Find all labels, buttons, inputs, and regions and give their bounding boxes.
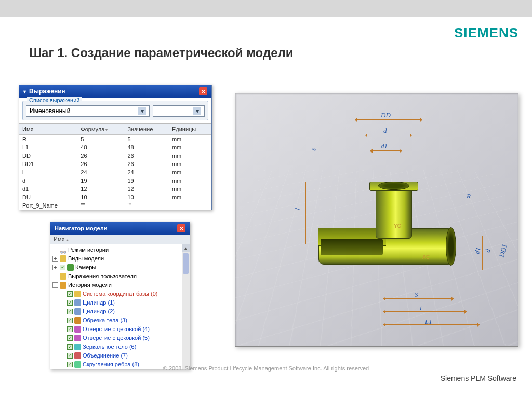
dim-s: s	[309, 147, 318, 152]
scroll-thumb[interactable]	[183, 253, 189, 274]
close-button[interactable]: ✕	[177, 224, 185, 232]
model-navigator-window: Навигатор модели ✕ Имя ▴ 👓Режим истории …	[50, 222, 190, 369]
model-tree: 👓Режим истории +Виды модели +✓Камеры Выр…	[50, 244, 190, 369]
dim-line	[493, 231, 493, 275]
table-row[interactable]: Port_9_Name""""	[19, 201, 211, 210]
chevron-down-icon: ▾	[193, 107, 201, 115]
tree-item-trim[interactable]: ✓Обрезка тела (3)	[50, 316, 190, 325]
tee-fitting-model: YC XC	[318, 171, 454, 285]
tree-item-model-history[interactable]: −История модели	[50, 281, 190, 290]
hole-icon	[74, 326, 81, 333]
checkbox-icon[interactable]: ✓	[67, 291, 73, 297]
table-row[interactable]: L14848mm	[19, 143, 211, 152]
table-row[interactable]: l2424mm	[19, 168, 211, 176]
checkbox-icon[interactable]: ✓	[67, 353, 73, 359]
filter-combo[interactable]: Именованный ▾	[26, 105, 150, 117]
dim-line	[355, 119, 422, 120]
dim-d1: d1	[381, 142, 388, 150]
tree-item-unite[interactable]: ✓Объединение (7)	[50, 351, 190, 360]
history-icon	[60, 282, 66, 289]
dim-L: l	[420, 304, 422, 312]
dim-L1: L1	[425, 318, 432, 326]
dim-line	[370, 150, 402, 151]
siemens-logo: SIEMENS	[454, 25, 518, 41]
checkbox-icon[interactable]: ✓	[67, 300, 73, 306]
dim-R: R	[467, 192, 471, 200]
table-row[interactable]: d11212mm	[19, 185, 211, 193]
mirror-icon	[74, 344, 81, 350]
table-row[interactable]: d1919mm	[19, 176, 211, 185]
cylinder-icon	[74, 299, 81, 306]
table-row[interactable]: DD2626mm	[19, 152, 211, 160]
tree-item-csys[interactable]: ✓Система координат базы (0)	[50, 290, 190, 298]
top-bore	[378, 182, 409, 190]
copyright-text: © 2008. Siemens Product Lifecycle Manage…	[163, 365, 369, 372]
camera-icon	[67, 264, 74, 271]
dim-d: d	[383, 127, 387, 135]
checkbox-icon[interactable]: ✓	[67, 335, 73, 341]
tree-item-cameras[interactable]: +✓Камеры	[50, 263, 190, 272]
top-banner	[0, 0, 532, 17]
dim-DD: DD	[381, 111, 391, 119]
checkbox-icon[interactable]: ✓	[67, 309, 73, 314]
collapse-icon[interactable]: −	[52, 282, 58, 288]
page-title: Шаг 1. Создание параметрической модели	[29, 46, 294, 60]
unite-icon	[74, 352, 81, 359]
tree-item-cylinder2[interactable]: ✓Цилиндр (2)	[50, 307, 190, 316]
folder-icon	[60, 273, 66, 280]
dim-line	[305, 182, 306, 244]
expand-icon[interactable]: +	[52, 265, 58, 270]
dim-line	[383, 298, 454, 299]
col-units[interactable]: Единицы	[169, 124, 211, 135]
tree-item-cylinder1[interactable]: ✓Цилиндр (1)	[50, 298, 190, 307]
xc-axis-label: XC	[422, 254, 430, 260]
dim-line	[365, 135, 412, 135]
folder-icon	[60, 255, 66, 262]
cylinder-icon	[74, 308, 81, 315]
col-name[interactable]: Имя	[19, 124, 77, 135]
table-row[interactable]: R55mm	[19, 135, 211, 144]
hole-icon	[74, 335, 81, 341]
table-row[interactable]: DU1010mm	[19, 193, 211, 201]
table-row[interactable]: DD12626mm	[19, 160, 211, 168]
collapse-icon: ▾	[23, 89, 26, 94]
tree-item-user-expr[interactable]: Выражения пользователя	[50, 272, 190, 281]
navigator-title: Навигатор модели	[55, 225, 107, 231]
checkbox-icon[interactable]: ✓	[60, 265, 65, 270]
3d-viewport[interactable]: YC XC DD d d1 s l R d1 d DD1 S l L1	[235, 93, 518, 347]
scroll-up-button[interactable]: ▴	[182, 244, 190, 252]
yc-axis-label: YC	[394, 223, 401, 229]
col-value[interactable]: Значение	[124, 124, 168, 135]
navigator-titlebar[interactable]: Навигатор модели ✕	[50, 222, 190, 235]
expressions-title: Выражения	[29, 88, 65, 95]
dim-S: S	[415, 291, 418, 299]
vertical-pipe	[376, 187, 412, 239]
inner-bore	[321, 239, 383, 255]
expressions-window: ▾Выражения ✕ Список выражений Именованны…	[19, 85, 212, 210]
sort-icon: ▾	[105, 128, 108, 132]
chevron-down-icon: ▾	[138, 107, 146, 115]
close-button[interactable]: ✕	[199, 87, 207, 95]
expression-list-group: Список выражений Именованный ▾ ▾	[22, 101, 208, 120]
glasses-icon: 👓	[60, 248, 66, 252]
checkbox-icon[interactable]: ✓	[67, 318, 73, 323]
col-formula[interactable]: Формула▾	[77, 124, 124, 135]
tree-item-mirror[interactable]: ✓Зеркальное тело (6)	[50, 342, 190, 351]
tree-item-hole4[interactable]: ✓Отверстие с цековкой (4)	[50, 325, 190, 334]
dim-line	[383, 311, 467, 312]
scrollbar[interactable]: ▴	[182, 244, 190, 369]
expressions-table: Имя Формула▾ Значение Единицы R55mmL1484…	[19, 123, 211, 210]
navigator-header[interactable]: Имя ▴	[50, 235, 190, 244]
checkbox-icon[interactable]: ✓	[67, 344, 73, 350]
tree-item-history-mode[interactable]: 👓Режим истории	[50, 245, 190, 254]
secondary-combo[interactable]: ▾	[153, 105, 205, 117]
pipe-end	[446, 227, 456, 266]
tree-item-views[interactable]: +Виды модели	[50, 254, 190, 263]
filter-value: Именованный	[30, 107, 70, 115]
csys-icon	[74, 291, 81, 297]
dim-line	[482, 236, 483, 270]
tree-item-hole5[interactable]: ✓Отверстие с цековкой (5)	[50, 334, 190, 342]
expressions-titlebar[interactable]: ▾Выражения ✕	[19, 85, 211, 98]
expand-icon[interactable]: +	[52, 256, 58, 262]
checkbox-icon[interactable]: ✓	[67, 326, 73, 332]
